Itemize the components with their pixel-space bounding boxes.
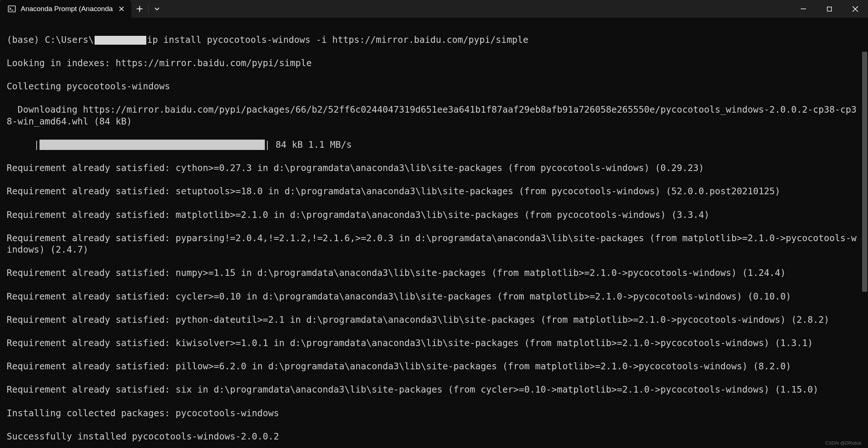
tab-active[interactable]: Anaconda Prompt (Anaconda <box>0 0 131 18</box>
command-text: ip install pycocotools-windows -i https:… <box>147 34 529 45</box>
output-line: Requirement already satisfied: matplotli… <box>7 209 861 221</box>
output-line: Successfully installed pycocotools-windo… <box>7 431 861 442</box>
terminal-icon <box>7 4 16 13</box>
window-controls <box>790 0 868 18</box>
scrollbar-thumb[interactable] <box>862 52 867 292</box>
tab-close-button[interactable] <box>117 4 126 13</box>
output-line: Requirement already satisfied: six in d:… <box>7 384 861 396</box>
output-line: Requirement already satisfied: cython>=0… <box>7 162 861 174</box>
output-line: Requirement already satisfied: python-da… <box>7 314 861 326</box>
output-line: Requirement already satisfied: numpy>=1.… <box>7 267 861 279</box>
titlebar: Anaconda Prompt (Anaconda <box>0 0 868 18</box>
output-line: Requirement already satisfied: cycler>=0… <box>7 291 861 302</box>
output-line: Requirement already satisfied: pyparsing… <box>7 232 861 256</box>
terminal-body[interactable]: (base) C:\Users\ip install pycocotools-w… <box>0 18 868 448</box>
prompt-text: (base) C:\Users\ <box>7 34 94 45</box>
redacted-username <box>95 36 146 45</box>
output-line: Collecting pycocotools-windows <box>7 81 861 92</box>
svg-rect-7 <box>827 7 831 11</box>
progress-right: | 84 kB 1.1 MB/s <box>265 139 352 151</box>
output-line: Installing collected packages: pycocotoo… <box>7 407 861 419</box>
maximize-button[interactable] <box>816 0 842 18</box>
watermark-text: CSDN @DRobot <box>825 440 861 447</box>
tab-title: Anaconda Prompt (Anaconda <box>21 5 113 13</box>
progress-line: || 84 kB 1.1 MB/s <box>7 139 861 151</box>
tab-dropdown-button[interactable] <box>148 0 165 18</box>
output-line: Looking in indexes: https://mirror.baidu… <box>7 57 861 69</box>
progress-left: | <box>7 139 40 151</box>
output-line: Downloading https://mirror.baidu.com/pyp… <box>7 104 861 127</box>
svg-rect-0 <box>8 6 15 12</box>
output-line: Requirement already satisfied: setuptool… <box>7 185 861 197</box>
new-tab-button[interactable] <box>131 0 148 18</box>
prompt-line: (base) C:\Users\ip install pycocotools-w… <box>7 34 861 46</box>
close-button[interactable] <box>842 0 868 18</box>
minimize-button[interactable] <box>790 0 816 18</box>
progress-bar <box>40 140 265 150</box>
output-line: Requirement already satisfied: pillow>=6… <box>7 360 861 372</box>
terminal-window: Anaconda Prompt (Anaconda (base) C:\User… <box>0 0 868 448</box>
output-line: Requirement already satisfied: kiwisolve… <box>7 337 861 349</box>
